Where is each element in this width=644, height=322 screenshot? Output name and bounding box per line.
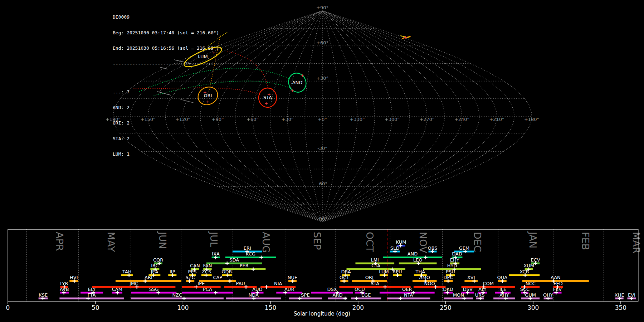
shower-label-nue: NUE <box>288 275 297 280</box>
shower-label-xum: XUM <box>523 263 534 268</box>
shower-label-fed: FED <box>553 281 563 286</box>
shower-label-nzc: NZC <box>172 292 182 298</box>
shower-label-zcs: ZCS <box>202 269 211 274</box>
shower-bar <box>311 292 353 294</box>
shower-label-kum: KUM <box>396 239 406 245</box>
shower-label-xcb: XCB <box>520 269 529 274</box>
shower-ixa: IXA <box>212 251 220 259</box>
shower-label-com: COM <box>483 281 494 286</box>
shower-dpc: DPC <box>444 275 453 283</box>
month-label-apr: APR <box>54 232 65 251</box>
shower-label-dra: DRA <box>341 269 351 274</box>
x-tick-label: 300 <box>527 304 539 311</box>
shower-dkd: DKD <box>443 287 453 295</box>
shower-label-scc: SCC <box>520 287 530 292</box>
month-label-sep: SEP <box>312 232 323 250</box>
x-tick-label: 250 <box>440 304 451 311</box>
shower-label-ixa: IXA <box>212 251 220 257</box>
map-lon-label: +90° <box>212 117 224 122</box>
shower-label-obs: OBS <box>428 245 437 251</box>
shower-label-nia: NIA <box>274 281 282 286</box>
shower-iip: IIP <box>168 269 176 277</box>
shower-ohy: OHY <box>543 292 553 301</box>
map-grid-meridian <box>322 11 444 222</box>
shower-label-ocu: OCU <box>355 287 365 292</box>
shower-label-xhe: XHE <box>615 292 624 298</box>
month-label-dec: DEC <box>472 232 483 252</box>
shower-label-ssg: SSG <box>149 287 159 292</box>
x-tick-label: 100 <box>177 304 189 311</box>
map-lon-label: +120° <box>175 117 190 122</box>
month-label-nov: NOV <box>418 232 429 253</box>
shower-label-ege: EGE <box>361 292 371 298</box>
shower-label-aly: ALY <box>478 287 486 292</box>
shower-zcs: ZCS <box>201 269 212 277</box>
shower-label-per: PER <box>240 263 249 268</box>
map-lon-label: +300° <box>385 117 400 122</box>
shower-label-fev: FEV <box>553 287 562 292</box>
track-ori-track-1 <box>209 34 220 92</box>
shower-label-nda: NDA <box>248 292 259 298</box>
shower-label-urs: URS <box>475 292 485 298</box>
shower-bar <box>182 286 221 288</box>
x-tick-label: 0 <box>6 304 10 311</box>
shower-xvi: XVI <box>464 275 478 283</box>
month-label-aug: AUG <box>260 232 272 253</box>
shower-label-aan: AAN <box>551 275 561 280</box>
shower-label-evi: EVI <box>628 292 635 298</box>
shower-label-cam: CAM <box>112 287 122 292</box>
shower-label-oct: OCT <box>340 275 349 280</box>
meteor-trail <box>160 67 167 69</box>
shower-bar <box>387 298 430 299</box>
shower-hvi: HVI <box>69 275 78 283</box>
month-label-jun: JUN <box>157 231 168 249</box>
shower-label-can: CAN <box>190 263 200 268</box>
shower-label-ahy: AHY <box>499 292 509 298</box>
shower-label-iip: IIP <box>170 269 175 274</box>
shower-nda: NDA <box>226 292 281 301</box>
shower-label-cor: COR <box>153 257 163 263</box>
shower-label-jmc: JMC <box>129 281 138 286</box>
shower-label-sld: SLD <box>390 245 400 251</box>
track-sta-track-1 <box>133 88 260 95</box>
shower-xhe: XHE <box>615 292 624 301</box>
x-tick-label: 150 <box>265 304 276 311</box>
map-lon-label: +210° <box>489 117 504 122</box>
x-axis-title: Solar longitude (deg) <box>0 311 644 317</box>
shower-bar <box>289 298 322 299</box>
shower-label-ely: ELY <box>88 287 96 292</box>
shower-bar <box>121 274 133 276</box>
shower-rpu: RPU <box>392 269 402 277</box>
x-tick-label: 50 <box>92 304 99 311</box>
map-pole-label-south: -90° <box>317 216 327 221</box>
shower-label-szc: SZC <box>186 275 195 280</box>
shower-szc: SZC <box>186 275 195 283</box>
shower-label-ard: ARD <box>333 292 343 298</box>
shower-nue: NUE <box>288 275 297 283</box>
map-lat-label: +30° <box>316 75 328 81</box>
shower-bar <box>206 263 262 264</box>
shower-label-jea: JEA <box>150 269 158 274</box>
month-label-oct: OCT <box>364 232 375 252</box>
x-tick-label: 350 <box>615 304 626 311</box>
activity-timeline-canvas: APRMAYJUNJULAUGSEPOCTNOVDECJANFEBMARKUME… <box>0 229 644 322</box>
shower-label-dsx: DSX <box>327 287 337 292</box>
shower-bar <box>414 286 446 288</box>
shower-label-psu: PSU <box>446 269 455 274</box>
shower-label-kcg: KCG <box>246 251 255 257</box>
shower-obs: OBS <box>428 245 437 254</box>
shower-bar <box>444 298 473 299</box>
shower-bar <box>131 298 224 299</box>
shower-tah: TAH <box>121 269 133 277</box>
map-lat-label: -60° <box>317 181 327 186</box>
shower-label-sda: SDA <box>229 257 239 263</box>
map-lat-label: +60° <box>316 40 328 45</box>
shower-sta: STA <box>339 281 410 289</box>
shower-label-spe: SPE <box>301 292 309 298</box>
shower-label-xvi: XVI <box>467 275 475 280</box>
shower-gdr: GDR <box>221 269 232 277</box>
shower-bar <box>352 280 387 282</box>
shower-kse: KSE <box>39 292 48 301</box>
shower-fev: FEV <box>553 287 562 295</box>
radiant-ellipse-label-lum: LUM <box>198 54 208 59</box>
